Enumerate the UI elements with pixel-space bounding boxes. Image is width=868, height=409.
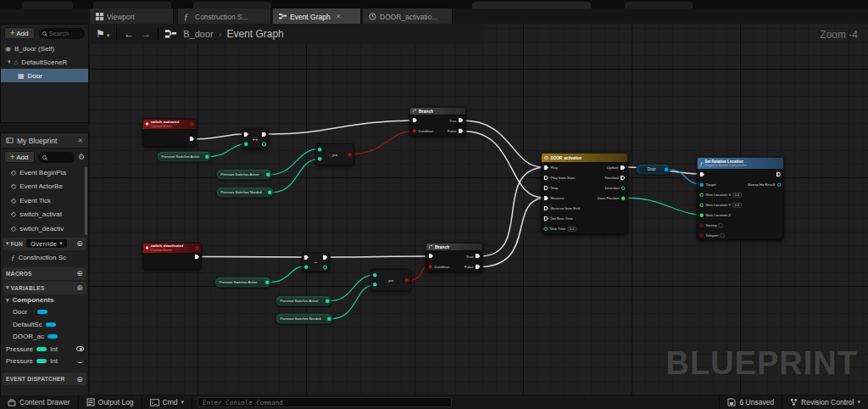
event-dispatchers-section-header[interactable]: EVENT DISPATCHER ⊕ — [3, 373, 86, 385]
variable-getter-node[interactable]: Pressure Switches Needed — [216, 187, 274, 198]
variable-getter-node[interactable]: Pressure Switches Active — [216, 169, 272, 180]
unsaved-indicator[interactable]: 6 Unsaved — [719, 395, 782, 409]
variable-getter-node[interactable]: Pressure Switches Needed — [275, 313, 333, 324]
false-exec-pin[interactable] — [476, 265, 481, 270]
add-function-icon[interactable]: ⊕ — [76, 239, 83, 248]
tab-viewport[interactable]: Viewport — [90, 8, 174, 25]
object-type-pill[interactable] — [37, 310, 47, 314]
bool-out-pin[interactable] — [405, 278, 409, 283]
window-tab[interactable] — [472, 2, 591, 8]
graph-item-event-tick[interactable]: ◇ Event Tick — [1, 193, 88, 208]
y-value[interactable]: 0.0 — [733, 203, 742, 208]
int-type-pill[interactable] — [36, 347, 47, 351]
true-exec-pin[interactable] — [459, 118, 464, 123]
override-dropdown[interactable]: Override ▾ — [25, 238, 68, 249]
my-blueprint-search-input[interactable] — [49, 154, 70, 161]
teleport-checkbox[interactable] — [721, 233, 725, 238]
node-decrement[interactable]: -- — [302, 252, 330, 272]
tree-item-scene-root[interactable]: ▾ ⌂ DefaultSceneR — [1, 55, 88, 69]
eye-open-icon[interactable] — [76, 346, 84, 351]
delegate-pin[interactable] — [196, 246, 199, 249]
exec-out-pin[interactable] — [195, 255, 200, 260]
node-switch-activated-event[interactable]: switch_activated Custom Event — [142, 119, 197, 147]
close-icon[interactable]: ✕ — [77, 137, 83, 144]
variable-row-pressure-needed[interactable]: Pressure Int — [1, 356, 88, 368]
breadcrumb-root[interactable]: B_door — [183, 29, 213, 39]
window-tab[interactable] — [93, 2, 171, 8]
bookmark-icon[interactable]: ⚑ ▾ — [96, 28, 109, 40]
variable-row-door-activation[interactable]: DOOR_ac — [1, 331, 88, 344]
exec-out-pin[interactable] — [776, 172, 782, 177]
tree-item-b-door[interactable]: ◉ B_door (Self) — [1, 42, 88, 55]
eye-closed-icon[interactable] — [76, 359, 84, 363]
chevron-down-icon[interactable]: ▾ — [6, 297, 9, 304]
set-new-time-pin[interactable] — [544, 216, 549, 221]
new-location-y-pin[interactable] — [700, 203, 704, 207]
exec-in-pin[interactable] — [413, 118, 418, 123]
exec-in-pin[interactable] — [700, 172, 705, 177]
int-in-pin[interactable] — [373, 273, 377, 277]
chevron-down-icon[interactable]: ▾ — [8, 59, 11, 65]
int-in-pin[interactable] — [304, 266, 309, 270]
revision-control-dropdown[interactable]: Revision Control ▾ — [782, 395, 868, 409]
graph-item-switch-deactivated[interactable]: ◇ swtich_deactiv — [1, 221, 88, 236]
x-value[interactable]: 0.0 — [733, 193, 742, 198]
window-tab[interactable] — [625, 2, 693, 8]
variable-getter-node[interactable]: Pressure Switches Active — [214, 277, 271, 288]
chevron-down-icon[interactable]: ▾ — [6, 284, 9, 291]
condition-pin[interactable] — [429, 265, 433, 269]
cmd-dropdown[interactable]: Cmd ▾ — [142, 395, 192, 409]
graph-item-event-beginplay[interactable]: ◇ Event BeginPla — [1, 165, 88, 180]
sweep-pin[interactable] — [700, 223, 704, 227]
target-pin[interactable] — [700, 182, 704, 187]
true-exec-pin[interactable] — [476, 254, 481, 259]
int-out-pin[interactable] — [327, 317, 331, 321]
variable-row-door[interactable]: Door — [1, 306, 88, 319]
gear-icon[interactable]: ⚙ — [78, 153, 85, 161]
components-search-input[interactable] — [49, 30, 81, 37]
functions-section-header[interactable]: ▾ FUN Override ▾ ⊕ — [3, 238, 86, 250]
add-dispatcher-icon[interactable]: ⊕ — [76, 375, 83, 384]
int-out-pin[interactable] — [205, 154, 209, 159]
function-item-construction-script[interactable]: ƒ Construction Sc — [1, 250, 88, 266]
my-blueprint-tab[interactable]: My Blueprint ✕ — [1, 133, 88, 148]
close-icon[interactable]: ✕ — [336, 13, 342, 20]
object-type-pill[interactable] — [46, 322, 56, 327]
tab-construction-script[interactable]: ƒ Construction S... — [178, 8, 271, 25]
wildcard-out-pin[interactable] — [323, 266, 327, 270]
chevron-down-icon[interactable]: ▾ — [6, 240, 9, 247]
wildcard-out-pin[interactable] — [262, 143, 266, 147]
update-pin[interactable] — [620, 165, 626, 171]
node-branch-bottom[interactable]: Branch True Condition False — [426, 243, 483, 272]
window-tab[interactable] — [193, 2, 271, 8]
int-out-pin[interactable] — [266, 172, 270, 176]
exec-in-pin[interactable] — [429, 254, 434, 259]
add-button[interactable]: + Add — [4, 151, 35, 163]
node-switch-deactivated-event[interactable]: swtich_deactivated Custom Event — [142, 243, 202, 270]
components-category[interactable]: ▾ Components — [1, 294, 88, 306]
int-out-pin[interactable] — [268, 190, 272, 194]
int-in-pin[interactable] — [373, 283, 377, 287]
int-out-pin[interactable] — [265, 280, 270, 284]
int-in-pin[interactable] — [318, 148, 322, 152]
event-graph-canvas[interactable]: ⚑ ▾ ← → B_door › Event Graph Zoom -4 BLU… — [89, 24, 868, 395]
object-type-pill[interactable] — [47, 334, 58, 339]
graph-item-switch-activated[interactable]: ◇ switch_activat — [1, 208, 88, 222]
add-component-button[interactable]: + Add — [4, 27, 35, 39]
variable-row-pressure-active[interactable]: Pressure Int — [1, 343, 88, 356]
output-log-button[interactable]: Output Log — [79, 395, 142, 409]
window-tab[interactable] — [22, 2, 73, 8]
variable-row-defaultscene[interactable]: DefaultSc — [1, 318, 88, 331]
node-timeline-door-activation[interactable]: DOOR_activation Play Update Play from St… — [541, 153, 628, 234]
int-in-pin[interactable] — [318, 157, 322, 161]
node-increment[interactable]: ++ — [242, 129, 269, 148]
back-arrow-icon[interactable]: ← — [124, 28, 134, 40]
variables-section-header[interactable]: ▾ VARIABLES ⊕ — [3, 282, 86, 294]
reverse-pin[interactable] — [544, 196, 549, 201]
macros-section-header[interactable]: MACROS ⊕ — [3, 267, 86, 280]
node-greater-equal-bottom[interactable]: >= — [370, 269, 411, 291]
teleport-pin[interactable] — [700, 233, 704, 238]
tab-door-activation[interactable]: DOOR_activatio... — [363, 8, 453, 25]
add-variable-icon[interactable]: ⊕ — [76, 283, 83, 292]
stop-pin[interactable] — [544, 186, 549, 191]
